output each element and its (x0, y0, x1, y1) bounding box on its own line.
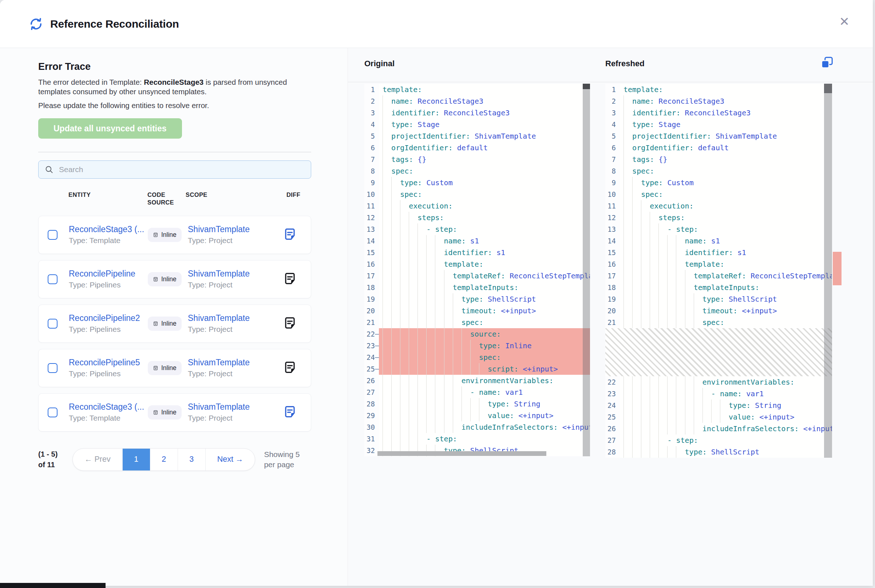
code-source-badge: Inline (148, 405, 182, 420)
entity-list: ReconcileStage3 (... Type: Template Inli… (38, 216, 311, 432)
line-number: 21 (605, 316, 620, 328)
line-number: 25– (364, 363, 379, 375)
vertical-scrollbar[interactable] (583, 84, 590, 456)
diff-document-icon[interactable] (283, 361, 297, 374)
line-number: 7 (605, 153, 620, 165)
code-line: 19 type: ShellScript (605, 293, 832, 305)
scope-name-link[interactable]: ShivamTemplate (188, 225, 283, 234)
row-checkbox[interactable] (48, 363, 57, 373)
entity-name-link[interactable]: ReconcileStage3 (... (69, 402, 148, 412)
code-line: 10 spec: (364, 189, 590, 200)
scope-name-link[interactable]: ShivamTemplate (188, 269, 283, 279)
code-line: 5 projectIdentifier: ShivamTemplate (364, 130, 590, 142)
code-line: 13 - step: (364, 224, 590, 235)
vertical-scrollbar[interactable] (824, 84, 832, 458)
code-line: 11 execution: (605, 200, 832, 212)
entity-name-link[interactable]: ReconcilePipeline2 (69, 313, 148, 323)
line-number: 23– (364, 340, 379, 351)
error-instruction: Please update the following entities to … (38, 101, 309, 110)
copy-icon[interactable] (820, 56, 833, 69)
row-checkbox[interactable] (48, 230, 57, 240)
entity-name-link[interactable]: ReconcilePipeline5 (69, 358, 148, 368)
code-line: 8 spec: (605, 165, 832, 177)
page-button-2[interactable]: 2 (150, 448, 178, 471)
code-line: 4 type: Stage (364, 118, 590, 130)
entity-type-label: Type: Template (69, 236, 148, 245)
line-number: 10 (605, 189, 620, 200)
section-divider (38, 152, 311, 153)
inline-repo-icon (153, 276, 158, 282)
search-icon (44, 165, 54, 174)
code-source-badge: Inline (148, 316, 182, 331)
row-checkbox[interactable] (48, 274, 57, 284)
code-line: 24 type: String (605, 399, 832, 411)
entity-row: ReconcilePipeline Type: Pipelines Inline… (38, 260, 311, 298)
entity-name-link[interactable]: ReconcileStage3 (... (69, 225, 148, 234)
scope-name-link[interactable]: ShivamTemplate (188, 402, 283, 412)
line-number: 19 (605, 293, 620, 305)
prev-button[interactable]: ← Prev (73, 448, 122, 471)
scope-type-label: Type: Project (188, 280, 283, 289)
code-line: 14 name: s1 (364, 235, 590, 247)
code-line: 21 spec: (364, 316, 590, 328)
code-line: 1template: (364, 84, 590, 95)
inline-repo-icon (153, 365, 158, 371)
entity-row: ReconcileStage3 (... Type: Template Inli… (38, 393, 311, 432)
code-line: 7 tags: {} (364, 153, 590, 165)
code-line: 30 includeInfraSelectors: <+input> (364, 422, 590, 433)
scope-type-label: Type: Project (188, 414, 283, 423)
scope-name-link[interactable]: ShivamTemplate (188, 358, 283, 368)
line-number: 5 (364, 130, 379, 142)
code-line: 7 tags: {} (605, 153, 832, 165)
update-all-unsynced-button[interactable]: Update all unsynced entities (38, 118, 182, 139)
diff-document-icon[interactable] (283, 316, 297, 330)
line-number: 3 (605, 107, 620, 118)
pagination: (1 - 5) of 11 ← Prev123Next → Showing 5 … (38, 448, 315, 471)
line-number: 30 (364, 422, 379, 433)
code-line: 26 includeInfraSelectors: <+input> (605, 423, 832, 435)
line-number: 20 (605, 305, 620, 316)
error-trace-heading: Error Trace (38, 61, 348, 72)
code-line: 16 template: (364, 258, 590, 270)
line-number: 17 (605, 270, 620, 282)
line-number: 11 (605, 200, 620, 212)
line-number: 7 (364, 153, 379, 165)
pagination-pill: ← Prev123Next → (72, 448, 255, 471)
code-line: 12 steps: (605, 212, 832, 224)
horizontal-scrollbar[interactable] (377, 451, 546, 456)
next-button[interactable]: Next → (206, 448, 255, 471)
page-button-1[interactable]: 1 (123, 448, 150, 471)
diff-document-icon[interactable] (283, 272, 297, 285)
reference-reconciliation-modal: Reference Reconciliation ✕ Error Trace T… (0, 0, 873, 586)
line-number: 25 (605, 411, 620, 423)
row-checkbox[interactable] (48, 319, 57, 328)
code-line: 27 - name: var1 (364, 386, 590, 398)
line-number: 17 (364, 270, 379, 282)
line-number: 12 (605, 212, 620, 224)
line-number: 6 (364, 142, 379, 153)
close-icon[interactable]: ✕ (836, 12, 853, 31)
row-checkbox[interactable] (48, 408, 57, 417)
refreshed-code-panel[interactable]: 1template:2 name: ReconcileStage33 ident… (605, 84, 832, 458)
code-line: 11 execution: (364, 200, 590, 212)
code-line: 28 type: ShellScript (605, 446, 832, 458)
diff-document-icon[interactable] (283, 227, 297, 241)
original-code-panel[interactable]: 1template:2 name: ReconcileStage33 ident… (364, 84, 590, 456)
code-source-badge: Inline (148, 361, 182, 375)
code-line: 1template: (605, 84, 832, 95)
scrollbar-thumb[interactable] (824, 84, 832, 93)
page-button-3[interactable]: 3 (178, 448, 205, 471)
entity-name-link[interactable]: ReconcilePipeline (69, 269, 148, 279)
code-line: 29 value: <+input> (364, 410, 590, 422)
entity-type-label: Type: Pipelines (69, 369, 148, 378)
refresh-sync-icon (29, 16, 44, 32)
error-description: The error detected in Template: Reconcil… (38, 78, 309, 96)
code-source-label: Inline (161, 364, 177, 372)
diff-document-icon[interactable] (283, 405, 297, 418)
scrollbar-thumb[interactable] (583, 84, 590, 89)
code-source-label: Inline (161, 276, 177, 283)
code-line: 2 name: ReconcileStage3 (364, 95, 590, 107)
line-number: 9 (605, 177, 620, 189)
search-input[interactable] (58, 165, 305, 174)
scope-name-link[interactable]: ShivamTemplate (188, 313, 283, 323)
